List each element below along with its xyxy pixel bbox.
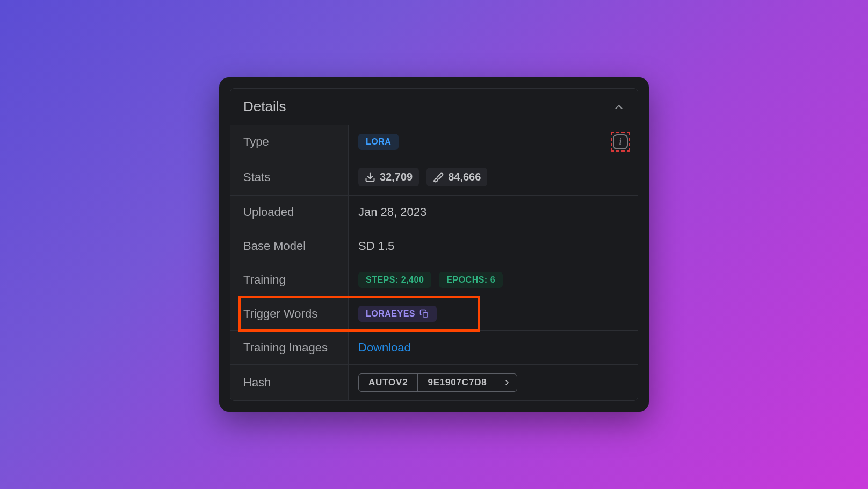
value-training-images: Download [349,331,638,364]
stat-generations-value: 84,666 [448,171,481,183]
stat-downloads-value: 32,709 [380,171,413,183]
label-uploaded: Uploaded [230,196,349,229]
row-base-model: Base Model SD 1.5 [230,229,638,263]
stat-generations: 84,666 [426,168,487,186]
label-type: Type [230,125,349,159]
brush-icon [433,172,444,183]
label-training-images: Training Images [230,331,349,364]
row-type: Type LORA i [230,125,638,159]
copy-icon[interactable] [419,309,429,319]
value-uploaded: Jan 28, 2023 [349,196,638,229]
value-hash: AUTOV2 9E1907C7D8 [349,365,638,400]
chevron-up-icon[interactable] [613,101,625,113]
type-badge: LORA [358,134,399,150]
row-training-images: Training Images Download [230,330,638,364]
row-uploaded: Uploaded Jan 28, 2023 [230,195,638,229]
hash-value[interactable]: 9E1907C7D8 [417,374,496,391]
details-header[interactable]: Details [230,89,638,125]
value-training: STEPS: 2,400 EPOCHS: 6 [349,263,638,297]
training-epochs-badge: EPOCHS: 6 [439,272,503,288]
hash-expand-button[interactable] [497,374,517,391]
row-trigger-words: Trigger Words LORAEYES [230,297,638,330]
row-stats: Stats 32,709 84,666 [230,159,638,195]
svg-rect-1 [423,313,428,317]
trigger-word-badge[interactable]: LORAEYES [358,306,437,322]
info-highlight: i [611,132,630,152]
details-card: Details Type LORA i Stats 32,709 [230,88,638,401]
hash-group: AUTOV2 9E1907C7D8 [358,373,517,392]
download-link[interactable]: Download [358,341,411,355]
row-training: Training STEPS: 2,400 EPOCHS: 6 [230,263,638,297]
value-type: LORA i [349,125,638,159]
value-trigger: LORAEYES [349,297,638,330]
training-steps-badge: STEPS: 2,400 [358,272,431,288]
panel-title: Details [243,98,286,115]
row-hash: Hash AUTOV2 9E1907C7D8 [230,364,638,400]
download-icon [365,172,375,183]
chevron-right-icon [503,378,511,387]
value-stats: 32,709 84,666 [349,159,638,195]
label-hash: Hash [230,365,349,400]
value-base-model: SD 1.5 [349,229,638,263]
stat-downloads: 32,709 [358,168,419,186]
trigger-word-text: LORAEYES [366,309,415,319]
label-training: Training [230,263,349,297]
info-icon[interactable]: i [613,134,628,149]
label-trigger: Trigger Words [230,297,349,330]
label-stats: Stats [230,159,349,195]
label-base-model: Base Model [230,229,349,263]
details-panel: Details Type LORA i Stats 32,709 [219,77,649,412]
hash-algo[interactable]: AUTOV2 [359,374,417,391]
